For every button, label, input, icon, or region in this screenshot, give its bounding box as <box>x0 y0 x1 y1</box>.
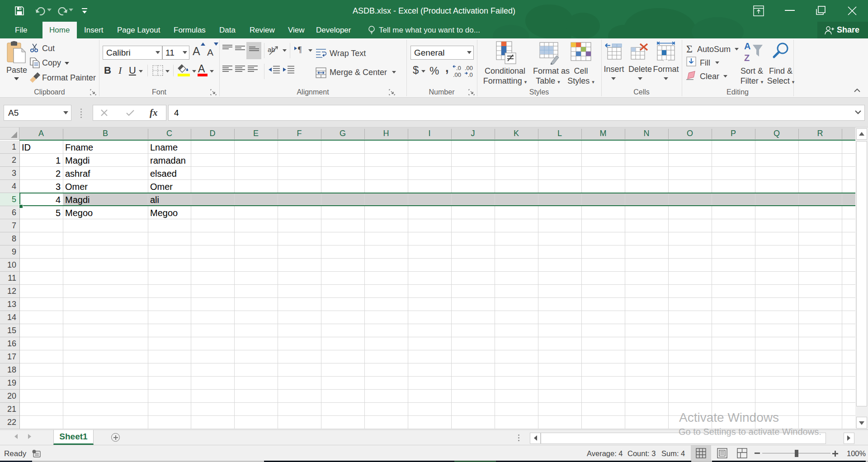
svg-text:.0: .0 <box>456 65 461 71</box>
svg-text:.0: .0 <box>468 71 473 78</box>
svg-text:.00: .00 <box>453 71 461 78</box>
svg-text:¶: ¶ <box>298 45 302 54</box>
svg-text:Z: Z <box>744 53 750 63</box>
svg-text:A: A <box>744 41 750 51</box>
svg-text:.00: .00 <box>465 65 473 71</box>
svg-text:ab: ab <box>268 46 275 53</box>
